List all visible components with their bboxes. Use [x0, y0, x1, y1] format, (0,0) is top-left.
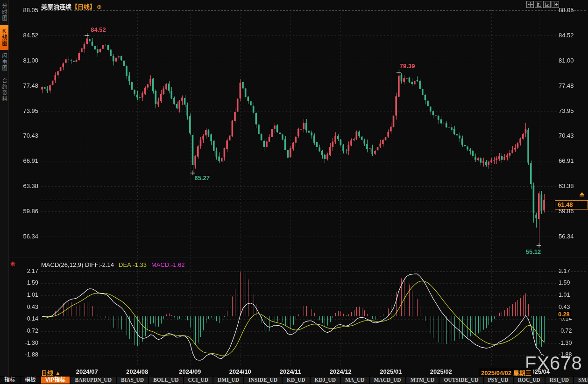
axis-tick: 59.86 — [14, 208, 38, 215]
axis-tick: 88.05 — [14, 7, 38, 14]
axis-tick: 88.05 — [559, 7, 574, 14]
axis-tick: 66.91 — [559, 158, 574, 164]
time-axis-label: 2024/11 — [280, 368, 301, 375]
chart-canvas[interactable] — [0, 0, 588, 384]
axis-tick: 84.52 — [14, 32, 38, 39]
toolbar-button-sma-ud[interactable]: SMA_UD — [574, 377, 588, 384]
axis-tick: 70.43 — [14, 133, 38, 139]
low-annotation: 55.12 — [526, 248, 541, 255]
toolbar-button-rsi-ud[interactable]: RSI_UD — [545, 377, 574, 384]
toolbar-button-outside-ud[interactable]: OUTSIDE_UD — [439, 377, 482, 384]
indicator-toolbar: 指标模板VIP指标BARUPDN_UDBIAS_UDBOLL_UDCCI_UDD… — [0, 376, 588, 384]
add-symbol-icon[interactable]: ⊕ — [97, 3, 102, 10]
trading-app-window: 分时图K线图闪电图合约资料 美原油连续【日线】⊕ 88.0584.5281.00… — [0, 0, 588, 384]
time-axis-label: 2024/08 — [126, 368, 148, 375]
axis-tick: 1.01 — [14, 292, 38, 298]
axis-tick: 84.52 — [559, 32, 574, 39]
axis-tick: 73.95 — [14, 108, 38, 114]
indicator-record-icon[interactable] — [9, 260, 16, 269]
axis-tick: 0.43 — [559, 304, 570, 310]
axis-tick: -0.72 — [14, 328, 38, 334]
axis-tick: 77.48 — [559, 83, 574, 89]
toolbar-button-模板[interactable]: 模板 — [21, 377, 40, 384]
axis-tick: 1.59 — [559, 280, 570, 286]
toolbar-button-macd-ud[interactable]: MACD_UD — [370, 377, 405, 384]
toolbar-button-kdj-ud[interactable]: KDJ_UD — [311, 377, 340, 384]
scroll-right-icon[interactable] — [552, 1, 559, 8]
toolbar-button-dmi-ud[interactable]: DMI_UD — [213, 377, 243, 384]
symbol-name: 美原油连续 — [41, 3, 71, 10]
toolbar-button-inside-ud[interactable]: INSIDE_UD — [244, 377, 282, 384]
sidebar-item-3[interactable]: 合约资料 — [0, 75, 8, 105]
chart-window-controls — [526, 1, 559, 8]
time-axis-label: 2024/07 — [76, 368, 98, 375]
axis-tick: 2.17 — [14, 268, 38, 274]
axis-tick: -0.14 — [14, 316, 38, 322]
axis-tick: 0.43 — [14, 304, 38, 310]
fit-vertical-axis-icon[interactable] — [535, 1, 542, 8]
sidebar-item-1[interactable]: K线图 — [0, 25, 8, 50]
time-axis-label: 2024/12 — [330, 368, 352, 375]
axis-tick: 63.38 — [14, 183, 38, 189]
macd-dea-value: DEA:-1.33 — [119, 261, 147, 268]
time-axis-label: 2024/09 — [179, 368, 201, 375]
toolbar-button-kd-ud[interactable]: KD_UD — [283, 377, 310, 384]
toolbar-button-roc-ud[interactable]: ROC_UD — [514, 377, 545, 384]
axis-tick: -1.88 — [14, 352, 38, 358]
axis-tick: -1.30 — [14, 340, 38, 346]
toolbar-button-psy-ud[interactable]: PSY_UD — [484, 377, 513, 384]
fx678-watermark: FX678 — [525, 353, 582, 374]
toolbar-button-barupdn-ud[interactable]: BARUPDN_UD — [71, 377, 116, 384]
macd-last-value-badge: 0.28 — [557, 311, 571, 318]
macd-macd-value: MACD:-1.62 — [151, 261, 185, 268]
low-annotation: 65.27 — [195, 175, 210, 182]
period-tag: 【日线】 — [71, 3, 96, 10]
crosshair-icon[interactable] — [526, 1, 534, 8]
axis-tick: 70.43 — [559, 133, 574, 139]
macd-indicator-header[interactable]: MACD(26,12,9) DIFF:-2.14DEA:-1.33MACD:-1… — [41, 261, 185, 268]
time-axis-label: 2025/01 — [380, 368, 402, 375]
axis-tick: 77.48 — [14, 83, 38, 89]
axis-tick: 1.59 — [14, 280, 38, 286]
toolbar-button-mtm-ud[interactable]: MTM_UD — [406, 377, 439, 384]
left-sidebar: 分时图K线图闪电图合约资料 — [0, 0, 9, 376]
axis-tick: 63.38 — [559, 183, 574, 189]
chart-title: 美原油连续【日线】⊕ — [41, 2, 102, 11]
axis-tick: 56.34 — [559, 233, 574, 240]
toolbar-button-boll-ud[interactable]: BOLL_UD — [149, 377, 183, 384]
time-axis-label: 2024/10 — [229, 368, 251, 375]
toolbar-button-vip指标[interactable]: VIP指标 — [41, 377, 70, 384]
fit-horizontal-axis-icon[interactable] — [543, 1, 551, 8]
axis-tick: 2.17 — [559, 268, 570, 274]
sidebar-item-2[interactable]: 闪电图 — [0, 50, 8, 75]
toolbar-button-ma-ud[interactable]: MA_UD — [341, 377, 369, 384]
price-marker-icon — [579, 192, 585, 196]
toolbar-button-bias-ud[interactable]: BIAS_UD — [117, 377, 148, 384]
time-axis-label: 2025/02 — [430, 368, 452, 375]
high-annotation: 84.52 — [91, 26, 106, 33]
axis-tick: 81.00 — [14, 57, 38, 64]
axis-tick: -0.72 — [559, 328, 572, 334]
macd-name-diff: MACD(26,12,9) DIFF:-2.14 — [41, 261, 114, 268]
axis-tick: 56.34 — [14, 233, 38, 240]
high-annotation: 79.39 — [400, 63, 415, 70]
sidebar-item-0[interactable]: 分时图 — [0, 0, 8, 25]
axis-tick: 73.95 — [559, 108, 574, 114]
toolbar-button-指标[interactable]: 指标 — [0, 377, 20, 384]
axis-tick: -1.30 — [559, 340, 572, 346]
axis-tick: 66.91 — [14, 158, 38, 164]
last-price-badge: 61.48 — [555, 200, 588, 209]
toolbar-button-cci-ud[interactable]: CCI_UD — [184, 377, 213, 384]
axis-tick: 81.00 — [559, 57, 574, 64]
axis-tick: 1.01 — [559, 292, 570, 298]
